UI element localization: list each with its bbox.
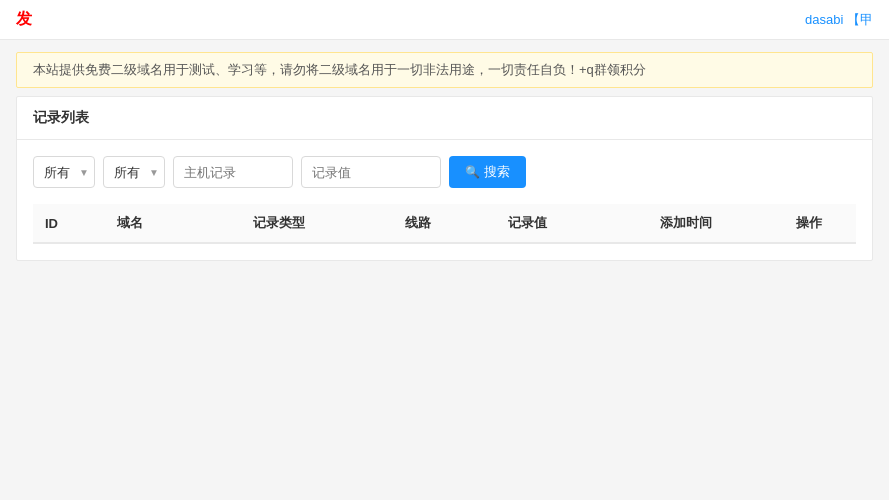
search-button[interactable]: 🔍 搜索 (449, 156, 526, 188)
search-button-label: 搜索 (484, 163, 510, 181)
col-header-time: 添加时间 (648, 204, 784, 243)
host-record-input[interactable] (173, 156, 293, 188)
notice-text: 本站提供免费二级域名用于测试、学习等，请勿将二级域名用于一切非法用途，一切责任自… (33, 62, 646, 77)
logo: 发 (16, 9, 32, 30)
filter-select-1[interactable]: 所有 (33, 156, 95, 188)
select-wrap-1: 所有 ▼ (33, 156, 95, 188)
top-bar: 发 dasabi 【甲 (0, 0, 889, 40)
filter-row: 所有 ▼ 所有 ▼ 🔍 搜索 (33, 156, 856, 188)
select-wrap-2: 所有 ▼ (103, 156, 165, 188)
col-header-action: 操作 (784, 204, 856, 243)
card-header: 记录列表 (17, 97, 872, 140)
col-header-line: 线路 (393, 204, 497, 243)
search-icon: 🔍 (465, 165, 480, 179)
col-header-id: ID (33, 204, 105, 243)
filter-select-2[interactable]: 所有 (103, 156, 165, 188)
col-header-value: 记录值 (496, 204, 648, 243)
main-card: 记录列表 所有 ▼ 所有 ▼ 🔍 搜索 (16, 96, 873, 261)
user-info: dasabi 【甲 (805, 11, 873, 29)
table-wrap: ID 域名 记录类型 线路 记录值 添加时间 操作 (33, 204, 856, 244)
table-header-row: ID 域名 记录类型 线路 记录值 添加时间 操作 (33, 204, 856, 243)
col-header-type: 记录类型 (241, 204, 393, 243)
card-title: 记录列表 (33, 109, 89, 125)
records-table: ID 域名 记录类型 线路 记录值 添加时间 操作 (33, 204, 856, 244)
card-body: 所有 ▼ 所有 ▼ 🔍 搜索 ID 域 (17, 140, 872, 260)
notice-bar: 本站提供免费二级域名用于测试、学习等，请勿将二级域名用于一切非法用途，一切责任自… (16, 52, 873, 88)
record-value-input[interactable] (301, 156, 441, 188)
col-header-domain: 域名 (105, 204, 241, 243)
